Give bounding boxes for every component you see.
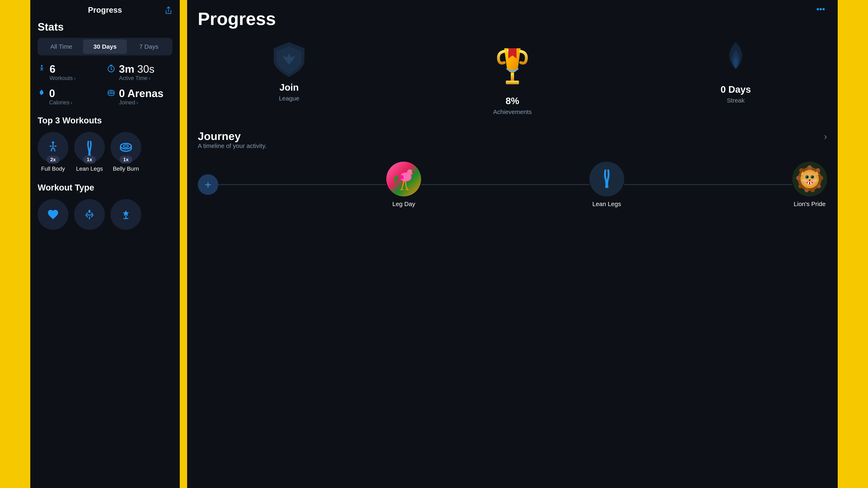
workouts-number: 6 <box>50 64 76 74</box>
active-time-icon <box>107 64 115 75</box>
lions-pride-circle <box>792 162 827 196</box>
yellow-margin-right <box>838 0 868 488</box>
svg-point-24 <box>819 176 823 180</box>
svg-rect-10 <box>511 73 514 81</box>
svg-point-32 <box>806 176 807 177</box>
journey-leg-day[interactable]: Leg Day <box>386 162 421 207</box>
svg-point-31 <box>811 176 813 178</box>
workout-type-icons <box>38 199 173 230</box>
journey-header: Journey A timeline of your activity. › <box>198 130 827 160</box>
svg-point-17 <box>807 165 812 170</box>
leg-day-label: Leg Day <box>392 200 415 207</box>
filter-30-days[interactable]: 30 Days <box>83 39 127 54</box>
top-right-icon <box>817 4 827 13</box>
full-body-count: 2x <box>47 156 60 163</box>
arenas-number: 0 Arenas <box>119 88 163 99</box>
stats-grid: 6 Workouts › <box>38 64 173 106</box>
workout-full-body[interactable]: 2x Full Body <box>38 132 68 172</box>
phone-right: Progress Join League <box>187 0 838 488</box>
svg-point-21 <box>805 188 809 192</box>
achievements-card[interactable]: 8% Achievements <box>384 40 640 116</box>
workout-type-title: Workout Type <box>38 183 173 193</box>
svg-rect-9 <box>823 8 825 10</box>
achievements-main: 8% <box>506 95 519 106</box>
yellow-divider <box>180 0 187 488</box>
svg-point-22 <box>811 188 815 192</box>
phone-left: Progress Stats All Time 30 Days 7 Days <box>30 0 180 488</box>
svg-point-5 <box>121 143 131 149</box>
right-content: Progress Join League <box>187 0 838 488</box>
filter-all-time[interactable]: All Time <box>39 39 83 54</box>
stat-workouts: 6 Workouts › <box>38 64 103 82</box>
journey-row: + <box>198 162 827 207</box>
yellow-margin-left <box>0 0 30 488</box>
journey-lions-pride[interactable]: Lion's Pride <box>792 162 827 207</box>
stat-calories: 0 Calories › <box>38 88 103 106</box>
journey-title: Journey <box>198 130 267 142</box>
shield-icon-wrap <box>272 40 306 80</box>
right-title: Progress <box>198 10 827 28</box>
left-header: Progress <box>30 0 180 19</box>
svg-rect-11 <box>506 80 519 84</box>
type-flexibility[interactable] <box>74 199 105 230</box>
svg-point-4 <box>52 141 54 144</box>
arenas-label[interactable]: Joined › <box>119 99 163 106</box>
calories-label[interactable]: Calories › <box>49 99 72 106</box>
svg-point-30 <box>806 176 808 178</box>
share-icon[interactable] <box>164 6 173 17</box>
stats-section: Stats All Time 30 Days 7 Days 6 Workouts <box>30 19 180 183</box>
svg-point-0 <box>41 65 42 67</box>
calories-icon <box>38 89 45 99</box>
workout-type-section: Workout Type <box>30 183 180 230</box>
full-body-label: Full Body <box>41 166 65 172</box>
active-time-label[interactable]: Active Time › <box>119 75 154 82</box>
workout-belly-burn[interactable]: 1x Belly Burn <box>111 132 141 172</box>
journey-subtitle: A timeline of your activity. <box>198 142 267 150</box>
filter-7-days[interactable]: 7 Days <box>127 39 171 54</box>
trophy-icon <box>486 40 539 93</box>
progress-cards: Join League <box>198 40 827 116</box>
svg-rect-34 <box>808 182 809 184</box>
svg-rect-35 <box>810 182 811 184</box>
journey-lean-legs[interactable]: Lean Legs <box>589 162 624 207</box>
belly-burn-count: 1x <box>120 156 132 163</box>
lean-legs-count: 1x <box>83 156 96 163</box>
arenas-icon <box>107 89 115 99</box>
belly-burn-label: Belly Burn <box>113 166 139 172</box>
streak-sub: Streak <box>727 97 745 104</box>
league-main: Join <box>279 82 299 93</box>
workouts-label[interactable]: Workouts › <box>50 75 76 82</box>
league-sub: League <box>279 95 299 102</box>
leg-day-circle <box>386 162 421 196</box>
calories-number: 0 <box>49 88 72 99</box>
svg-point-20 <box>798 184 803 188</box>
top-workouts-row: 2x Full Body 1x Lean Legs <box>38 132 173 172</box>
join-league-card[interactable]: Join League <box>198 40 380 116</box>
top-workouts-title: Top 3 Workouts <box>38 116 173 125</box>
journey-add-button[interactable]: + <box>198 174 218 195</box>
journey-line-2 <box>421 184 589 185</box>
type-cardio[interactable] <box>38 199 68 230</box>
svg-rect-7 <box>817 8 819 10</box>
flame-icon-wrap <box>719 40 752 82</box>
lean-legs-circle: 1x <box>74 132 105 163</box>
journey-arrow[interactable]: › <box>824 131 827 141</box>
svg-point-25 <box>815 168 820 173</box>
workouts-icon <box>38 64 46 75</box>
svg-point-6 <box>123 145 128 147</box>
active-time-number: 3m 30s <box>119 64 154 74</box>
belly-burn-circle: 1x <box>111 132 141 163</box>
full-body-circle: 2x <box>38 132 68 163</box>
time-filter: All Time 30 Days 7 Days <box>38 38 173 56</box>
journey-line-3 <box>624 184 792 185</box>
lions-pride-label: Lion's Pride <box>794 200 826 207</box>
lean-legs-label: Lean Legs <box>76 166 103 172</box>
svg-point-18 <box>799 168 804 173</box>
streak-card[interactable]: 0 Days Streak <box>645 40 827 116</box>
workout-lean-legs[interactable]: 1x Lean Legs <box>74 132 105 172</box>
type-strength[interactable] <box>111 199 141 230</box>
lean-legs-journey-circle <box>589 162 624 196</box>
stats-title: Stats <box>38 21 173 33</box>
stat-arenas: 0 Arenas Joined › <box>107 88 173 106</box>
svg-point-33 <box>812 176 812 177</box>
